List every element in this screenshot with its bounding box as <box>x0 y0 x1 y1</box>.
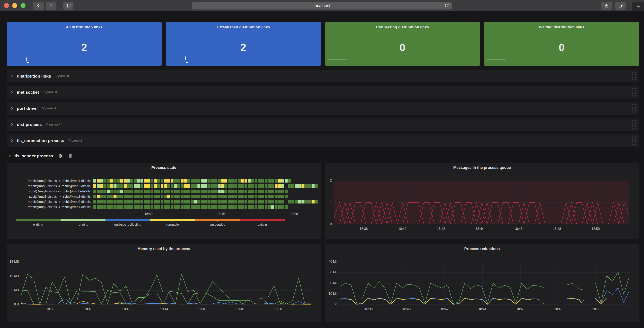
state-cell <box>238 184 241 188</box>
state-cell <box>130 205 133 209</box>
state-cell <box>144 195 147 198</box>
series-line <box>340 282 544 304</box>
row-port-driver[interactable]: port driver (2 panels) <box>7 102 639 115</box>
state-cell <box>144 200 147 203</box>
state-cell <box>167 179 170 183</box>
state-cell <box>238 200 241 203</box>
grafana-dashboard: All distribution links 2 Established dis… <box>0 11 644 322</box>
state-cell <box>107 184 110 188</box>
state-cell <box>97 190 100 193</box>
state-cell <box>254 195 258 198</box>
x-axis-label: 18:42 <box>440 307 448 311</box>
state-cell <box>244 184 248 188</box>
timeline-row-label: rabbit@rmq2-dist-tls -> rabbit@rmq0-dist… <box>10 200 94 204</box>
panel-title[interactable]: Process reductions <box>325 244 639 253</box>
state-cell <box>107 195 110 198</box>
url-bar[interactable]: localhost <box>192 2 452 10</box>
forward-button[interactable] <box>46 2 56 10</box>
state-cell <box>157 200 160 203</box>
state-cell <box>285 190 288 193</box>
state-cell <box>124 205 126 209</box>
state-cell <box>258 190 261 193</box>
state-cell <box>308 195 311 198</box>
state-cell <box>167 190 170 193</box>
state-cell <box>154 205 157 209</box>
drag-handle[interactable] <box>632 137 636 145</box>
state-cell <box>292 200 294 203</box>
panel-title[interactable]: All distribution links <box>7 25 162 30</box>
state-cell <box>248 184 251 188</box>
state-cell <box>127 184 130 188</box>
state-cell <box>104 205 106 209</box>
row-tls-connection-process[interactable]: tls_connection process (4 panels) <box>7 134 639 147</box>
panel-title[interactable]: Connecting distribution links <box>325 25 480 30</box>
state-cell <box>285 184 288 188</box>
state-cell <box>258 184 261 188</box>
close-button[interactable] <box>4 3 9 8</box>
sidebar-toggle-button[interactable] <box>63 2 74 10</box>
row-delete-button[interactable] <box>68 154 73 158</box>
state-cell <box>271 195 274 198</box>
row-settings-button[interactable] <box>58 154 63 158</box>
row-dist-process[interactable]: dist process (4 panels) <box>7 118 639 131</box>
state-cell <box>144 190 147 193</box>
state-cell <box>191 195 194 198</box>
state-cell <box>181 205 184 209</box>
state-cell <box>198 200 200 203</box>
state-cell <box>312 190 314 193</box>
x-axis-label: 18:46 <box>198 307 206 311</box>
row-tls-sender-process[interactable]: tls_sender process <box>7 151 639 161</box>
back-icon <box>36 3 41 8</box>
panel-title[interactable]: Process state <box>7 163 321 172</box>
series-line <box>21 273 311 304</box>
state-cell <box>265 190 268 193</box>
row-inet-socket[interactable]: inet socket (6 panels) <box>7 86 639 99</box>
x-axis-label: 18:48 <box>553 227 561 231</box>
drag-handle[interactable] <box>632 88 636 97</box>
state-cell <box>147 184 150 188</box>
minimize-button[interactable] <box>12 3 17 8</box>
zoom-button[interactable] <box>20 3 26 8</box>
x-axis-label: 18:48 <box>236 307 244 311</box>
state-cell <box>224 179 227 183</box>
timeline-row-label: rabbit@rmq0-dist-tls -> rabbit@rmq1-dist… <box>10 179 94 183</box>
tabs-overview-button[interactable] <box>616 2 626 10</box>
state-cell <box>201 190 204 193</box>
chevron-right-icon <box>10 139 14 142</box>
state-cell <box>198 184 200 188</box>
share-button[interactable] <box>601 2 612 10</box>
back-button[interactable] <box>33 2 44 10</box>
row-panel-count: (4 panels) <box>68 139 82 142</box>
state-cell <box>114 184 116 188</box>
drag-handle[interactable] <box>632 104 636 113</box>
state-cell <box>114 179 116 183</box>
sparkline <box>9 45 29 65</box>
panel-title[interactable]: Waiting distribution links <box>484 25 639 30</box>
drag-handle[interactable] <box>632 121 636 129</box>
state-cell <box>218 184 220 188</box>
state-cell <box>110 195 113 198</box>
state-cell <box>268 190 271 193</box>
messages-chart: 01218:3818:4018:4218:4418:4618:4818:50 <box>325 172 639 239</box>
state-cell <box>275 205 278 209</box>
row-distribution-links[interactable]: distribution links (2 panels) <box>7 70 639 82</box>
legend-segment <box>16 219 60 221</box>
y-axis-label: 0 <box>325 303 337 306</box>
panel-title[interactable]: Messages in the process queue <box>325 163 639 172</box>
state-cell <box>221 179 224 183</box>
state-cell <box>171 179 174 183</box>
state-cell <box>164 179 167 183</box>
state-cell <box>164 195 167 198</box>
state-cell <box>134 190 137 193</box>
state-cell <box>281 184 284 188</box>
new-tab-button[interactable]: + <box>632 2 644 11</box>
state-cell <box>130 195 133 198</box>
state-cell <box>187 184 190 188</box>
panel-title[interactable]: Memory used by the process <box>7 244 321 253</box>
state-cell <box>271 190 274 193</box>
state-cell <box>114 190 116 193</box>
state-cell <box>147 179 150 183</box>
drag-handle[interactable] <box>632 72 636 80</box>
panel-title[interactable]: Established distribution links <box>166 25 321 30</box>
reload-button[interactable] <box>444 3 450 9</box>
